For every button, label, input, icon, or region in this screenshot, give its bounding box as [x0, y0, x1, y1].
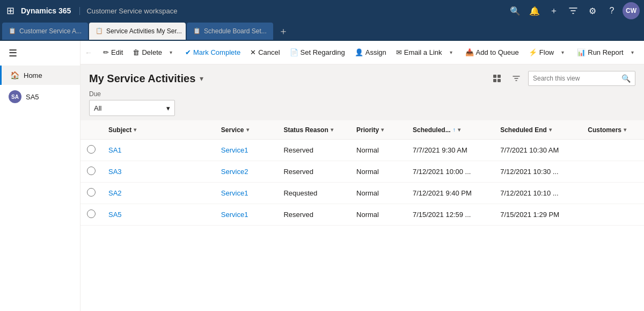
subject-link[interactable]: SA2	[108, 189, 122, 197]
row-customers	[581, 140, 644, 161]
table-row: SA3 Service2 Reserved Normal 7/12/2021 1…	[80, 161, 644, 183]
th-service[interactable]: Service ▾	[215, 120, 277, 140]
nav-icons: 🔍 🔔 ＋ ⚙ ? CW	[507, 2, 640, 19]
notification-icon-btn[interactable]: 🔔	[526, 2, 543, 19]
app-name-label: Customer Service workspace	[79, 7, 177, 15]
layout-icon-btn[interactable]	[489, 71, 504, 86]
search-icon[interactable]: 🔍	[621, 74, 631, 83]
th-checkbox[interactable]	[80, 120, 102, 140]
th-status-reason[interactable]: Status Reason ▾	[277, 120, 350, 140]
cancel-button[interactable]: ✕ Cancel	[246, 45, 284, 60]
email-link-button[interactable]: ✉ Email a Link	[392, 45, 447, 60]
set-regarding-icon: 📄	[290, 48, 298, 56]
row-priority: Normal	[350, 183, 406, 204]
table-row: SA5 Service1 Reserved Normal 7/15/2021 1…	[80, 204, 644, 226]
delete-button[interactable]: 🗑 Delete	[128, 45, 166, 60]
sort-chevron-status: ▾	[331, 127, 333, 133]
sidebar-item-home[interactable]: 🏠 Home	[0, 66, 80, 85]
sort-chevron-customers: ▾	[624, 127, 626, 133]
row-subject: SA3	[102, 161, 215, 183]
sort-chevron-end: ▾	[549, 127, 552, 133]
avatar[interactable]: CW	[623, 2, 640, 19]
flow-dropdown[interactable]: ▾	[559, 45, 566, 60]
row-radio-cell[interactable]	[80, 183, 102, 204]
email-dropdown[interactable]: ▾	[448, 45, 455, 60]
row-status-reason: Reserved	[277, 140, 350, 161]
search-box: 🔍	[528, 71, 635, 86]
filter-icon-btn[interactable]	[565, 2, 582, 19]
row-service: Service1	[215, 204, 277, 226]
sidebar: ☰ 🏠 Home SA SA5	[0, 41, 80, 311]
th-subject[interactable]: Subject ▾	[102, 120, 215, 140]
help-icon-btn[interactable]: ?	[603, 2, 620, 19]
row-radio-cell[interactable]	[80, 161, 102, 183]
set-regarding-button[interactable]: 📄 Set Regarding	[286, 45, 349, 60]
th-customers[interactable]: Customers ▾	[581, 120, 644, 140]
row-scheduled-end: 7/7/2021 10:30 AM	[494, 140, 581, 161]
service-activities-table: Subject ▾ Service ▾ Stat	[80, 120, 644, 226]
row-subject: SA1	[102, 140, 215, 161]
report-icon: 📊	[577, 48, 586, 56]
flow-button[interactable]: ⚡ Flow	[524, 45, 558, 60]
row-scheduled-end: 7/12/2021 10:10 ...	[494, 183, 581, 204]
home-icon: 🏠	[10, 71, 19, 79]
row-radio-cell[interactable]	[80, 204, 102, 226]
sort-chevron-service: ▾	[246, 127, 249, 133]
assign-button[interactable]: 👤 Assign	[350, 45, 391, 60]
table-body: SA1 Service1 Reserved Normal 7/7/2021 9:…	[80, 140, 644, 226]
flow-icon: ⚡	[529, 48, 537, 56]
row-priority: Normal	[350, 140, 406, 161]
tab-icon-3: 📋	[193, 27, 201, 34]
view-header: My Service Activities ▾	[80, 64, 644, 90]
view-title-area: My Service Activities ▾	[89, 73, 203, 85]
row-scheduled-end: 7/12/2021 10:30 ...	[494, 161, 581, 183]
sidebar-home-label: Home	[24, 71, 42, 79]
settings-icon-btn[interactable]: ⚙	[584, 2, 601, 19]
row-radio-cell[interactable]	[80, 140, 102, 161]
search-icon-btn[interactable]: 🔍	[507, 2, 524, 19]
row-customers	[581, 204, 644, 226]
service-link[interactable]: Service1	[221, 146, 248, 154]
row-service: Service2	[215, 161, 277, 183]
tab-schedule-board[interactable]: 📋 Schedule Board Set...	[187, 23, 273, 40]
sidebar-user-label: SA5	[26, 93, 39, 101]
tab-customer-service[interactable]: 📋 Customer Service A...	[2, 23, 88, 40]
tab-label-3: Schedule Board Set...	[204, 27, 267, 35]
subject-link[interactable]: SA5	[108, 211, 122, 219]
filter-select[interactable]: All ▾	[89, 100, 175, 116]
assign-icon: 👤	[355, 48, 363, 56]
th-scheduled-end[interactable]: Scheduled End ▾	[494, 120, 581, 140]
edit-button[interactable]: ✏ Edit	[99, 45, 127, 60]
th-priority[interactable]: Priority ▾	[350, 120, 406, 140]
back-button[interactable]: ←	[85, 45, 92, 60]
view-actions: 🔍	[489, 71, 635, 86]
row-service: Service1	[215, 183, 277, 204]
sidebar-user-item[interactable]: SA SA5	[0, 85, 80, 109]
brand-label: Dynamics 365	[21, 6, 71, 15]
subject-link[interactable]: SA3	[108, 168, 122, 176]
service-link[interactable]: Service1	[221, 189, 248, 197]
mark-complete-button[interactable]: ✔ Mark Complete	[181, 45, 245, 60]
sort-chevron-start: ▾	[458, 127, 460, 133]
row-scheduled-start: 7/12/2021 10:00 ...	[406, 161, 494, 183]
row-status-reason: Reserved	[277, 204, 350, 226]
filter-view-btn[interactable]	[509, 71, 524, 86]
search-input[interactable]	[533, 75, 621, 82]
tab-label-1: Customer Service A...	[19, 27, 82, 35]
add-to-queue-button[interactable]: 📥 Add to Queue	[461, 45, 523, 60]
toolbar: ← ✏ Edit 🗑 Delete ▾ ✔ Mark Complete ✕ Ca…	[80, 41, 644, 64]
tab-service-activities[interactable]: 📋 Service Activities My Ser... ✕	[89, 23, 186, 40]
service-link[interactable]: Service2	[221, 168, 248, 176]
top-nav-bar: ⊞ Dynamics 365 Customer Service workspac…	[0, 0, 644, 21]
sidebar-hamburger[interactable]: ☰	[0, 41, 80, 66]
add-icon-btn[interactable]: ＋	[545, 2, 562, 19]
th-scheduled-start[interactable]: Scheduled... ↑ ▾	[406, 120, 494, 140]
grid-icon[interactable]: ⊞	[4, 3, 17, 19]
run-report-button[interactable]: 📊 Run Report	[573, 45, 627, 60]
subject-link[interactable]: SA1	[108, 146, 122, 154]
service-link[interactable]: Service1	[221, 211, 248, 219]
view-title-chevron[interactable]: ▾	[200, 74, 203, 83]
delete-dropdown[interactable]: ▾	[167, 45, 174, 60]
tab-add-button[interactable]: ＋	[274, 23, 292, 40]
report-dropdown[interactable]: ▾	[629, 45, 636, 60]
